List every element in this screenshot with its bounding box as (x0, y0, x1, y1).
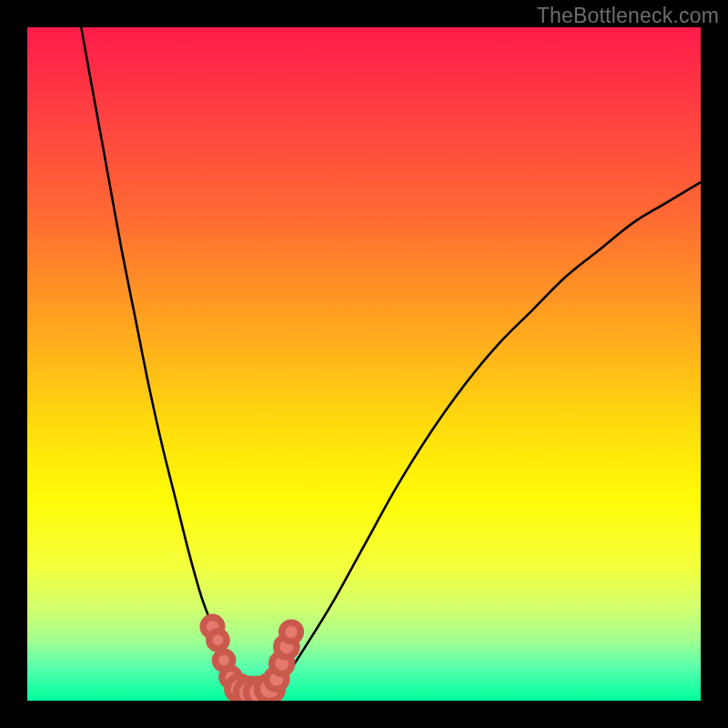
bottleneck-curve (81, 27, 701, 695)
curve-marker (282, 622, 301, 642)
curve-markers (203, 617, 300, 701)
outer-frame: TheBottleneck.com (0, 0, 728, 728)
curve-marker (209, 632, 227, 649)
chart-svg (27, 27, 701, 701)
watermark-text: TheBottleneck.com (537, 4, 719, 28)
plot-area (27, 27, 701, 701)
